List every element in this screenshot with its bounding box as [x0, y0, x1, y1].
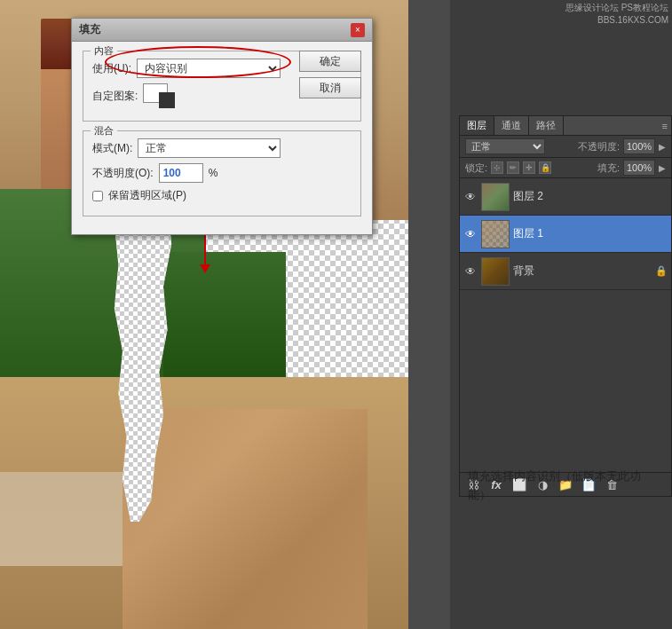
blend-section-label: 混合 [91, 124, 117, 138]
dialog-buttons: 确定 取消 [299, 51, 361, 98]
layer-name-1: 图层 1 [513, 226, 668, 241]
panel-arrow-right[interactable]: ▶ [659, 142, 666, 152]
layer-item-2[interactable]: 👁 图层 2 [460, 178, 671, 216]
mode-select[interactable]: 正常 [138, 138, 281, 158]
fill-arrow[interactable]: ▶ [659, 163, 666, 173]
preserve-transparency-checkbox[interactable] [92, 191, 103, 201]
watermark-line2: BBS.16KXS.COM [565, 14, 668, 27]
opacity-label: 不透明度: [578, 140, 620, 153]
use-label: 使用(U): [92, 61, 131, 76]
layer-name-2: 图层 2 [513, 189, 668, 204]
dialog-title: 填充 [79, 22, 100, 37]
fill-dialog: 填充 × 内容 使用(U): 内容识别 自定图案: 混合 [71, 18, 373, 235]
lock-label: 锁定: [465, 161, 487, 175]
lock-position-icon[interactable]: ⊹ [491, 161, 503, 174]
tab-paths[interactable]: 路径 [529, 116, 564, 135]
layers-panel-header: 图层 通道 路径 ≡ [460, 116, 671, 136]
color-swatch-dark [159, 92, 175, 108]
layer-eye-1[interactable]: 👁 [463, 227, 478, 241]
layer-item-bg[interactable]: 👁 背景 🔒 [460, 253, 671, 290]
dialog-body: 内容 使用(U): 内容识别 自定图案: 混合 模式(M): [72, 42, 372, 234]
preserve-transparency-row: 保留透明区域(P) [92, 188, 281, 203]
use-select[interactable]: 内容识别 [137, 59, 281, 78]
layer-eye-bg[interactable]: 👁 [463, 264, 478, 279]
layer-thumb-2 [481, 183, 510, 211]
watermark: 思缘设计论坛 PS教程论坛 BBS.16KXS.COM [565, 2, 668, 27]
tab-layers[interactable]: 图层 [460, 116, 494, 135]
fill-label: 填充: [597, 161, 620, 175]
mode-row: 模式(M): 正常 [92, 138, 281, 158]
opacity-row: 不透明度(O): 100 % [92, 163, 281, 183]
blend-section: 混合 模式(M): 正常 不透明度(O): 100 % 保留透明区域(P) [83, 130, 361, 216]
opacity-input[interactable] [623, 138, 655, 154]
custom-pattern-row: 自定图案: [92, 83, 281, 108]
opacity-dialog-input[interactable]: 100 [159, 163, 203, 183]
use-row: 使用(U): 内容识别 [92, 59, 281, 78]
fill-input[interactable] [623, 160, 655, 176]
lock-pixels-icon[interactable]: ✏ [507, 161, 519, 174]
tab-channels[interactable]: 通道 [494, 116, 529, 135]
lock-move-icon[interactable]: ✛ [523, 161, 535, 174]
opacity-dialog-label: 不透明度(O): [92, 166, 154, 181]
layer-eye-2[interactable]: 👁 [463, 190, 478, 204]
content-section-label: 内容 [91, 44, 117, 58]
preserve-transparency-label: 保留透明区域(P) [108, 188, 186, 203]
lock-row: 锁定: ⊹ ✏ ✛ 🔒 填充: ▶ [460, 158, 671, 178]
layer-thumb-bg [481, 257, 510, 286]
layer-name-bg: 背景 [513, 263, 652, 279]
blend-mode-select[interactable]: 正常 [465, 138, 545, 154]
lock-all-icon[interactable]: 🔒 [539, 161, 551, 174]
dialog-titlebar: 填充 × [72, 19, 372, 42]
layers-panel: 图层 通道 路径 ≡ 正常 不透明度: ▶ 锁定: ⊹ ✏ ✛ 🔒 填充: ▶ … [459, 115, 672, 497]
annotation-content: 填充选择内容识别（低版本无此功能） [468, 469, 641, 501]
layer-item-1[interactable]: 👁 图层 1 [460, 216, 671, 253]
watermark-line1: 思缘设计论坛 PS教程论坛 [565, 2, 668, 14]
ok-button[interactable]: 确定 [299, 51, 361, 72]
opacity-unit: % [209, 167, 218, 179]
layer-list: 👁 图层 2 👁 图层 1 👁 背景 🔒 [460, 178, 671, 290]
dialog-close-button[interactable]: × [351, 23, 365, 37]
layers-blend-controls: 正常 不透明度: ▶ [460, 136, 671, 158]
panel-menu-button[interactable]: ≡ [662, 121, 668, 131]
annotation-text: 填充选择内容识别（低版本无此功能） [468, 468, 663, 505]
color-swatch-area[interactable] [143, 83, 175, 108]
custom-pattern-label: 自定图案: [92, 89, 138, 104]
layer-thumb-1 [481, 220, 510, 248]
cancel-button[interactable]: 取消 [299, 77, 361, 98]
mode-label: 模式(M): [92, 141, 132, 156]
layer-lock-icon: 🔒 [655, 265, 668, 278]
